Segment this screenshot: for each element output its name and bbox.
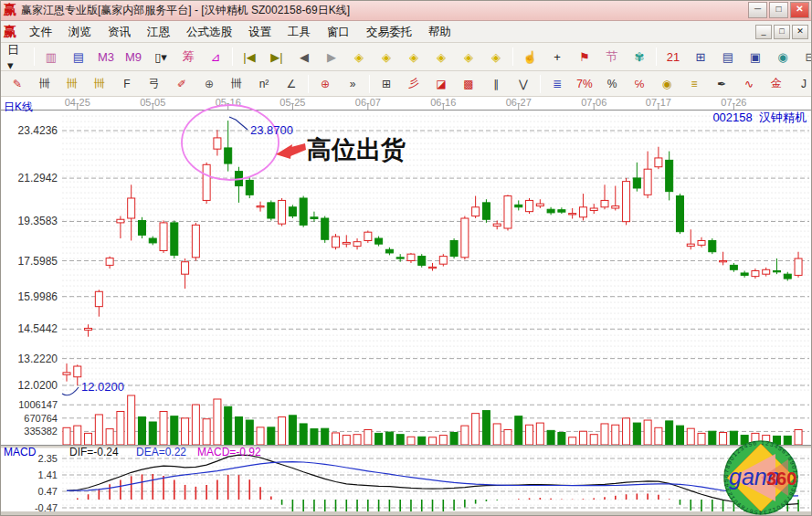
ray-lines-button[interactable]: 彡: [401, 74, 427, 93]
square-of-nine-button[interactable]: n²: [251, 74, 277, 93]
candle-body: [343, 242, 350, 244]
save-button[interactable]: ▣: [743, 46, 768, 68]
skip-end-button[interactable]: ▶|: [264, 46, 290, 68]
callout-text: 高位出货: [307, 136, 406, 163]
menu-item-5[interactable]: 设置: [240, 22, 279, 42]
golden-circle-button[interactable]: ◉: [654, 74, 680, 93]
volume-bar: [407, 437, 415, 445]
menu-item-8[interactable]: 交易委托: [358, 22, 420, 42]
volume-bar: [558, 433, 565, 445]
calendar-button[interactable]: 21: [660, 46, 686, 68]
maximize-button[interactable]: □: [769, 2, 788, 18]
child-minimize-button[interactable]: _: [755, 25, 772, 39]
crosshair-button[interactable]: +: [544, 46, 570, 68]
menu-item-0[interactable]: 文件: [21, 22, 60, 42]
candle-body: [547, 209, 554, 213]
red-pencil-button[interactable]: ✐: [169, 74, 195, 93]
snapshot-button[interactable]: ◉: [770, 46, 796, 68]
gann-grid-button[interactable]: 卌: [32, 74, 58, 93]
ma3-button[interactable]: M3: [93, 46, 119, 68]
v-slant-button[interactable]: ⋁: [511, 74, 536, 93]
volume-bar: [450, 433, 458, 445]
price-grid-button[interactable]: 卌: [224, 74, 249, 93]
volume-bar: [182, 418, 189, 445]
golden-grid-2-button[interactable]: 卌: [87, 74, 112, 93]
zoom-right-button[interactable]: ◈: [374, 46, 399, 68]
menu-item-9[interactable]: 帮助: [420, 22, 459, 42]
ma9-button[interactable]: M9: [121, 46, 146, 68]
candle-body: [666, 160, 673, 191]
jie-marker-button[interactable]: 节: [599, 46, 625, 68]
macd-pane-label: MACD: [4, 446, 36, 458]
volume-bar: [332, 433, 340, 445]
percent-lines-button[interactable]: ℅: [627, 74, 652, 93]
percent-7-button[interactable]: 7%: [572, 74, 597, 93]
chip-distribution-button[interactable]: 筹: [175, 46, 201, 68]
zoom-out-button[interactable]: ◈: [483, 46, 509, 68]
j-angle-button[interactable]: J: [791, 74, 812, 93]
menu-item-6[interactable]: 工具: [279, 22, 319, 42]
fan-box-button[interactable]: ◪: [428, 74, 454, 93]
angle-tool-button[interactable]: ∠: [279, 74, 304, 93]
notepad-button[interactable]: ▤: [715, 46, 741, 68]
step-forward-button[interactable]: ▶: [319, 46, 344, 68]
volume-axis-label: 670764: [24, 413, 58, 424]
target-circle-button[interactable]: ⊕: [312, 74, 338, 93]
percent-button[interactable]: %: [599, 74, 625, 93]
candle-body: [450, 240, 458, 256]
zoom-h-button[interactable]: ◈: [401, 46, 427, 68]
menu-item-1[interactable]: 浏览: [60, 22, 100, 42]
quote-list-button[interactable]: ▤: [66, 46, 91, 68]
date-tick-label: 04-25: [65, 97, 90, 108]
print-button[interactable]: ⊟: [797, 46, 812, 68]
menu-item-2[interactable]: 资讯: [100, 22, 139, 42]
volume-bar: [74, 426, 81, 445]
skip-start-button[interactable]: |◀: [237, 46, 262, 68]
candle-body: [763, 269, 770, 274]
draw-pen-button[interactable]: ✎: [5, 74, 30, 93]
menu-bar: 赢 文件浏览资讯江恩公式选股设置工具窗口交易委托帮助 _ □ ✕: [0, 21, 812, 43]
overflow-chevron-button[interactable]: »: [340, 74, 365, 93]
volume-bar: [439, 436, 447, 445]
menu-item-4[interactable]: 公式选股: [178, 22, 240, 42]
chart-window-button[interactable]: ▥: [38, 46, 64, 68]
candle-body: [472, 207, 480, 216]
parallel-lines-button[interactable]: ∥: [483, 74, 509, 93]
candle-body: [536, 204, 543, 205]
wave-tool-button[interactable]: ∿: [736, 74, 762, 93]
golden-lines-button[interactable]: ≡: [681, 74, 707, 93]
golden-grid-1-button[interactable]: 卌: [59, 74, 85, 93]
child-close-button[interactable]: ✕: [792, 25, 808, 39]
menu-item-3[interactable]: 江恩: [139, 22, 178, 42]
zoom-left-button[interactable]: ◈: [346, 46, 372, 68]
volume-bar: [504, 429, 511, 445]
period-daily-button[interactable]: 日 ▾: [5, 46, 30, 68]
candle-style-button[interactable]: ▯▾: [148, 46, 174, 68]
bow-tool-button[interactable]: 弓: [142, 74, 167, 93]
toolbar-separator: [656, 47, 657, 66]
candle-body: [601, 200, 608, 206]
volume-bar: [493, 424, 501, 445]
zoom-in-button[interactable]: ◈: [456, 46, 481, 68]
ruler-button[interactable]: ≣: [544, 74, 570, 93]
child-restore-button[interactable]: □: [774, 25, 790, 39]
minimize-button[interactable]: ─: [748, 2, 767, 18]
calculator-button[interactable]: ⊞: [688, 46, 713, 68]
mark-flag-button[interactable]: ⚑: [572, 46, 597, 68]
candle-body: [773, 271, 780, 272]
pan-hand-button[interactable]: ☝: [517, 46, 543, 68]
zoom-v-button[interactable]: ◈: [428, 46, 454, 68]
window-grid-button[interactable]: ⊞: [374, 74, 399, 93]
gann-wheel-button[interactable]: ⊕: [196, 74, 222, 93]
volume-profile-button[interactable]: ⊿: [203, 46, 228, 68]
volume-bar: [203, 419, 210, 445]
close-button[interactable]: ✕: [790, 2, 809, 18]
volume-bar: [396, 435, 404, 445]
menu-item-7[interactable]: 窗口: [319, 22, 358, 42]
golden-box-button[interactable]: 金: [764, 74, 789, 93]
fibonacci-grid-button[interactable]: F: [114, 74, 140, 93]
ink-pen-button[interactable]: ✒: [709, 74, 734, 93]
step-back-button[interactable]: ◀: [291, 46, 317, 68]
grid-box-button[interactable]: ▩: [456, 74, 481, 93]
brain-tool-button[interactable]: ✾: [627, 46, 652, 68]
